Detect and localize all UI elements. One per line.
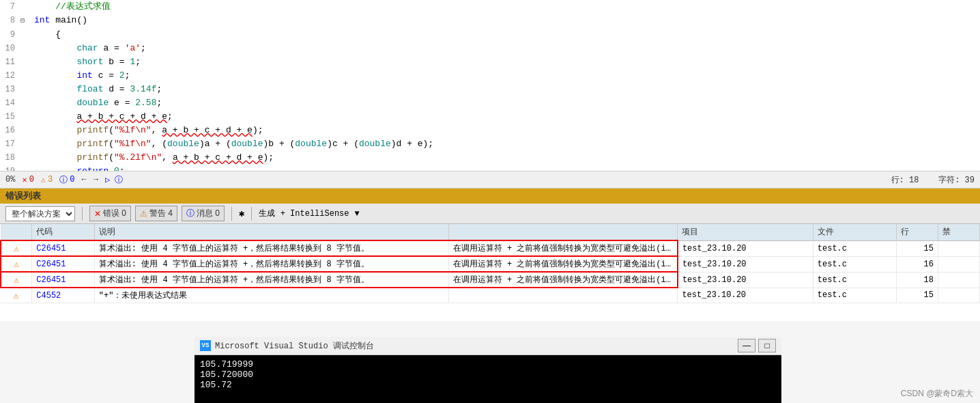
build-label: 生成 + IntelliSense [259,208,349,219]
row-line-cell: 18 [896,272,938,288]
row-desc-cell: 算术溢出: 使用 4 字节值上的运算符 +，然后将结果转换到 8 字节值。 [94,272,448,288]
console-titlebar: VS Microsoft Visual Studio 调试控制台 — □ [194,337,781,355]
code-line-14: 14 double e = 2.58; [0,96,980,110]
error-table-container: 代码 说明 项目 文件 行 禁 ⚠ C26451 算术溢出: 使用 4 字节值上 [0,224,980,303]
console-restore-button[interactable]: □ [758,339,776,352]
code-line-17: 17 printf("%lf\n", (double)a + (double)b… [0,137,980,151]
line-content-18: printf("%.2lf\n", a + b + c + d + e); [31,151,980,165]
cursor-position: 行: 18 字符: 39 [891,174,975,186]
line-num-11: 11 [0,55,20,69]
line-num-9: 9 [0,28,20,42]
warning-icon: ⚠ [14,260,19,270]
code-line-8: 8 ⊟ int main() [0,14,980,28]
nav-back-button[interactable]: ← [81,175,86,184]
col-header-suppressed[interactable] [448,224,678,240]
code-line-15: 15 a + b + c + d + e; [0,110,980,124]
row-file-cell: test.c [813,256,896,272]
warning-icon: ⚠ [14,244,19,254]
line-content-12: int c = 2; [31,69,980,83]
col-header-code[interactable]: 代码 [32,224,95,240]
row-code-cell: C26451 [32,240,95,256]
vs-icon: VS [200,340,211,351]
table-row[interactable]: ⚠ C26451 算术溢出: 使用 4 字节值上的运算符 +，然后将结果转换到 … [1,240,980,256]
console-line-3: 105.72 [200,380,776,390]
code-line-16: 16 printf("%lf\n", a + b + c + d + e); [0,124,980,137]
code-line-12: 12 int c = 2; [0,69,980,83]
toolbar-separator-1 [82,207,83,221]
status-bar: 0% ✕ 0 ⚠ 3 ⓘ 0 ← → ▷ ⓘ 行: 18 字符: 39 [0,171,980,189]
line-num-15: 15 [0,110,20,124]
row-suppress-cell [938,256,979,272]
info-next-icon[interactable]: ▷ ⓘ [105,174,123,186]
col-header-suppress[interactable]: 禁 [938,224,979,240]
line-content-10: char a = 'a'; [31,42,980,55]
error-filter-button[interactable]: ✕ 错误 0 [89,206,131,221]
console-minimize-button[interactable]: — [738,339,755,352]
line-num-18: 18 [0,151,20,165]
line-content-8: int main() [31,14,980,27]
info-filter-label: 消息 0 [197,208,220,219]
warning-filter-button[interactable]: ⚠ 警告 4 [135,206,177,221]
table-row[interactable]: ⚠ C26451 算术溢出: 使用 4 字节值上的运算符 +，然后将结果转换到 … [1,256,980,272]
col-header-icon [1,224,32,240]
info-filter-icon: ⓘ [186,208,194,219]
line-num-17: 17 [0,137,20,151]
row-suppressed-cell: 在调用运算符 + 之前将值强制转换为宽类型可避免溢出(io.2)。 [448,272,678,288]
info-circle-icon: ⓘ [59,174,68,186]
col-header-line[interactable]: 行 [896,224,938,240]
line-content-15: a + b + c + d + e; [31,110,980,124]
console-title-left: VS Microsoft Visual Studio 调试控制台 [200,340,374,352]
col-header-file[interactable]: 文件 [813,224,896,240]
line-content-7: //表达式求值 [31,0,980,14]
build-dropdown-icon[interactable]: ▼ [355,209,360,219]
line-num-8: 8 [0,14,20,27]
row-line-cell: 16 [896,256,938,272]
row-suppress-cell [938,240,979,256]
warning-triangle-icon: ⚠ [41,175,46,185]
line-num-13: 13 [0,83,20,96]
col-header-desc[interactable]: 说明 [94,224,448,240]
line-content-16: printf("%lf\n", a + b + c + d + e); [31,124,980,137]
row-suppressed-cell [448,288,678,303]
error-panel: 错误列表 整个解决方案 ✕ 错误 0 ⚠ 警告 4 ⓘ 消息 0 ✱ 生成 + … [0,189,980,321]
error-count: 0 [29,175,34,184]
warning-indicator[interactable]: ⚠ 3 [41,175,53,185]
error-indicator[interactable]: ✕ 0 [22,175,33,185]
row-file-cell: test.c [813,240,896,256]
console-window: VS Microsoft Visual Studio 调试控制台 — □ 105… [194,337,781,403]
row-suppress-cell [938,272,979,288]
row-project-cell: test_23.10.20 [678,256,813,272]
table-row[interactable]: ⚠ C4552 "+"：未使用表达式结果 test_23.10.20 test.… [1,288,980,303]
table-row[interactable]: ⚠ C26451 算术溢出: 使用 4 字节值上的运算符 +，然后将结果转换到 … [1,272,980,288]
line-num-7: 7 [0,0,20,14]
code-line-11: 11 short b = 1; [0,55,980,69]
error-list-header: 错误列表 [0,189,980,204]
toolbar-separator-3 [251,207,252,221]
row-project-cell: test_23.10.20 [678,240,813,256]
bottom-area: VS Microsoft Visual Studio 调试控制台 — □ 105… [0,321,980,403]
console-body: 105.719999 105.720000 105.72 [194,355,781,403]
line-gutter-8: ⊟ [20,14,31,28]
console-line-2: 105.720000 [200,370,776,380]
code-line-9: 9 { [0,28,980,42]
row-line-cell: 15 [896,288,938,303]
info-filter-button[interactable]: ⓘ 消息 0 [182,206,225,221]
scope-select[interactable]: 整个解决方案 [5,206,75,221]
error-x-icon: ✕ [22,175,27,185]
info-indicator[interactable]: ⓘ 0 [59,174,74,186]
row-desc-cell: "+"：未使用表达式结果 [94,288,448,303]
line-content-13: float d = 3.14f; [31,83,980,96]
col-header-project[interactable]: 项目 [678,224,813,240]
code-editor: 7 //表达式求值 8 ⊟ int main() 9 { 10 char a =… [0,0,980,171]
warning-icon: ⚠ [14,275,19,286]
error-filter-label: 错误 0 [103,208,126,219]
row-file-cell: test.c [813,288,896,303]
warning-icon: ⚠ [14,291,19,301]
row-suppress-cell [938,288,979,303]
code-line-18: 18 printf("%.2lf\n", a + b + c + d + e); [0,151,980,165]
row-icon-cell: ⚠ [1,256,32,272]
console-title-buttons: — □ [738,339,776,352]
nav-fwd-button[interactable]: → [93,175,98,184]
line-content-11: short b = 1; [31,55,980,69]
row-indicator: 行: 18 [891,176,919,185]
